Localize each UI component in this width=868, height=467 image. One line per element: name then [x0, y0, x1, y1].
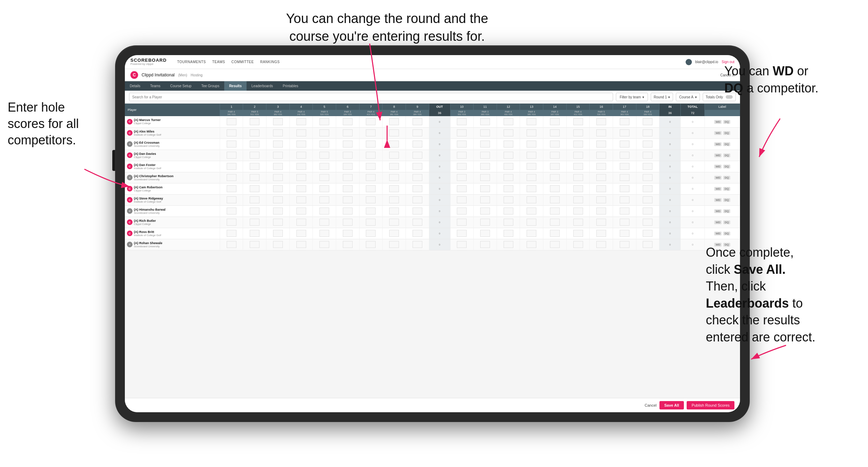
dq-button-r1[interactable]: DQ [723, 131, 730, 135]
hole-5-input-row-4[interactable] [313, 161, 336, 172]
hole-11-input-row-7[interactable] [474, 194, 497, 205]
score-input-h12-r4[interactable] [504, 163, 513, 170]
hole-10-input-row-1[interactable] [450, 127, 474, 138]
hole-1-input-row-2[interactable] [220, 138, 243, 150]
score-input-h10-r1[interactable] [457, 129, 467, 136]
hole-14-input-row-3[interactable] [543, 150, 567, 161]
wd-button-r6[interactable]: WD [714, 187, 722, 191]
score-input-h5-r0[interactable] [319, 118, 329, 125]
score-input-h14-r3[interactable] [550, 152, 560, 159]
score-input-h3-r2[interactable] [273, 141, 283, 148]
hole-3-input-row-8[interactable] [266, 205, 290, 217]
hole-12-input-row-2[interactable] [497, 138, 520, 150]
hole-10-input-row-2[interactable] [450, 138, 474, 150]
score-input-h9-r5[interactable] [413, 174, 422, 181]
dq-button-r10[interactable]: DQ [723, 232, 730, 235]
hole-1-input-row-4[interactable] [220, 161, 243, 172]
hole-18-input-row-3[interactable] [636, 150, 659, 161]
hole-2-input-row-5[interactable] [243, 172, 266, 183]
hole-6-input-row-5[interactable] [336, 172, 360, 183]
hole-8-input-row-1[interactable] [383, 127, 406, 138]
hole-17-input-row-11[interactable] [613, 239, 636, 250]
hole-8-input-row-7[interactable] [383, 194, 406, 205]
score-input-h11-r8[interactable] [480, 208, 490, 214]
hole-3-input-row-0[interactable] [266, 116, 290, 127]
dq-button-r8[interactable]: DQ [723, 209, 730, 213]
hole-4-input-row-6[interactable] [289, 183, 313, 194]
hole-9-input-row-10[interactable] [406, 228, 429, 239]
score-input-h10-r5[interactable] [457, 174, 467, 181]
hole-7-input-row-2[interactable] [359, 138, 383, 150]
tab-results[interactable]: Results [224, 81, 247, 91]
score-input-h6-r11[interactable] [343, 241, 353, 248]
hole-15-input-row-8[interactable] [566, 205, 590, 217]
hole-16-input-row-5[interactable] [590, 172, 613, 183]
hole-18-input-row-8[interactable] [636, 205, 659, 217]
hole-14-input-row-11[interactable] [543, 239, 567, 250]
score-input-h9-r1[interactable] [413, 129, 422, 136]
round-selector[interactable]: Round 1 ▾ [651, 93, 673, 101]
score-input-h1-r5[interactable] [227, 174, 236, 181]
score-input-h17-r2[interactable] [620, 141, 629, 148]
score-input-h12-r8[interactable] [504, 208, 513, 214]
hole-9-input-row-5[interactable] [406, 172, 429, 183]
score-input-h7-r8[interactable] [366, 208, 376, 214]
hole-2-input-row-7[interactable] [243, 194, 266, 205]
score-input-h2-r3[interactable] [250, 152, 259, 159]
score-input-h13-r0[interactable] [527, 118, 536, 125]
score-input-h12-r5[interactable] [504, 174, 513, 181]
hole-14-input-row-1[interactable] [543, 127, 567, 138]
score-input-h7-r1[interactable] [366, 129, 376, 136]
hole-3-input-row-3[interactable] [266, 150, 290, 161]
score-input-h17-r6[interactable] [620, 185, 629, 192]
score-input-h18-r2[interactable] [643, 141, 652, 148]
hole-11-input-row-3[interactable] [474, 150, 497, 161]
hole-14-input-row-2[interactable] [543, 138, 567, 150]
hole-4-input-row-7[interactable] [289, 194, 313, 205]
score-input-h4-r7[interactable] [296, 196, 306, 203]
score-input-h12-r10[interactable] [504, 230, 513, 237]
score-input-h3-r0[interactable] [273, 118, 283, 125]
score-input-h2-r0[interactable] [250, 118, 259, 125]
hole-12-input-row-7[interactable] [497, 194, 520, 205]
hole-6-input-row-9[interactable] [336, 217, 360, 228]
hole-13-input-row-2[interactable] [520, 138, 543, 150]
score-input-h12-r11[interactable] [504, 241, 513, 248]
hole-13-input-row-10[interactable] [520, 228, 543, 239]
score-input-h6-r2[interactable] [343, 141, 353, 148]
hole-4-input-row-1[interactable] [289, 127, 313, 138]
hole-1-input-row-8[interactable] [220, 205, 243, 217]
score-input-h18-r0[interactable] [643, 118, 652, 125]
hole-6-input-row-4[interactable] [336, 161, 360, 172]
hole-10-input-row-6[interactable] [450, 183, 474, 194]
hole-9-input-row-9[interactable] [406, 217, 429, 228]
score-input-h8-r8[interactable] [389, 208, 399, 214]
filter-by-team-button[interactable]: Filter by team ▾ [616, 93, 648, 101]
hole-13-input-row-3[interactable] [520, 150, 543, 161]
score-input-h3-r7[interactable] [273, 196, 283, 203]
hole-18-input-row-9[interactable] [636, 217, 659, 228]
hole-11-input-row-8[interactable] [474, 205, 497, 217]
hole-17-input-row-6[interactable] [613, 183, 636, 194]
hole-1-input-row-5[interactable] [220, 172, 243, 183]
wd-button-r2[interactable]: WD [714, 142, 722, 146]
score-input-h6-r9[interactable] [343, 219, 353, 226]
score-input-h7-r4[interactable] [366, 163, 376, 170]
score-input-h6-r4[interactable] [343, 163, 353, 170]
score-input-h6-r5[interactable] [343, 174, 353, 181]
score-input-h9-r2[interactable] [413, 141, 422, 148]
score-input-h15-r10[interactable] [573, 230, 583, 237]
score-input-h18-r3[interactable] [643, 152, 652, 159]
hole-16-input-row-7[interactable] [590, 194, 613, 205]
tab-course-setup[interactable]: Course Setup [165, 81, 196, 91]
wd-button-r10[interactable]: WD [714, 232, 722, 235]
hole-7-input-row-5[interactable] [359, 172, 383, 183]
score-input-h11-r5[interactable] [480, 174, 490, 181]
hole-6-input-row-10[interactable] [336, 228, 360, 239]
hole-4-input-row-3[interactable] [289, 150, 313, 161]
score-input-h15-r4[interactable] [573, 163, 583, 170]
score-input-h16-r7[interactable] [596, 196, 606, 203]
dq-button-r7[interactable]: DQ [723, 198, 730, 202]
hole-13-input-row-7[interactable] [520, 194, 543, 205]
hole-14-input-row-5[interactable] [543, 172, 567, 183]
